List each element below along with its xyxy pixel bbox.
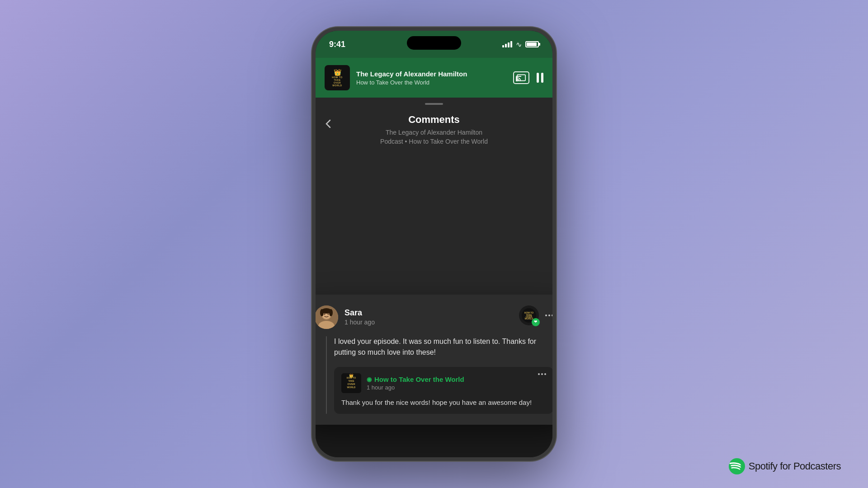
- heart-badge: ❤: [532, 318, 540, 326]
- back-button[interactable]: [325, 118, 332, 132]
- thread-line: [326, 336, 327, 414]
- comment-text: I loved your episode. It was so much fun…: [334, 336, 552, 358]
- svg-point-9: [320, 309, 324, 316]
- comment-main: I loved your episode. It was so much fun…: [334, 336, 552, 414]
- reply-album-art: HOW TO TAKE OVER WORLD 👑: [341, 373, 361, 393]
- battery-icon: [525, 41, 539, 47]
- now-playing-bar[interactable]: 👑 HOW TOTAKEOVERWORLD The Legacy of Alex…: [316, 58, 552, 98]
- liked-badge[interactable]: HOW TO TAKE OVER WORLD ❤: [519, 305, 539, 325]
- spotify-branding-text: Spotify for Podcasters: [749, 460, 841, 472]
- signal-icon: [502, 41, 512, 47]
- svg-point-1: [517, 80, 518, 81]
- svg-point-6: [324, 313, 326, 314]
- comment-header: Sara 1 hour ago HOW TO TAKE OVER WORLD: [316, 305, 552, 329]
- episode-title: The Legacy of Alexander Hamilton: [356, 70, 507, 78]
- status-icons: ∿: [502, 40, 539, 49]
- svg-point-22: [729, 458, 745, 474]
- svg-text:OVER: OVER: [347, 383, 355, 385]
- dynamic-island: [407, 36, 461, 50]
- album-art-text: HOW TOTAKEOVERWORLD: [332, 76, 342, 87]
- spotify-branding: Spotify for Podcasters: [729, 458, 841, 474]
- podcast-name: How to Take Over the World: [356, 79, 507, 86]
- phone-content: Comments The Legacy of Alexander Hamilto…: [316, 98, 552, 461]
- user-avatar: [316, 305, 338, 329]
- svg-point-7: [328, 313, 329, 314]
- comment-card: Sara 1 hour ago HOW TO TAKE OVER WORLD: [316, 295, 552, 425]
- cast-button[interactable]: [513, 71, 529, 84]
- bottom-area: [316, 425, 552, 461]
- svg-text:👑: 👑: [349, 373, 354, 378]
- reply-text: Thank you for the nice words! hope you h…: [341, 398, 546, 408]
- reply-podcast-info: HOW TO TAKE OVER WORLD 👑 ◉: [341, 373, 464, 393]
- comment-time: 1 hour ago: [344, 319, 375, 326]
- comments-header: Comments The Legacy of Alexander Hamilto…: [316, 105, 552, 153]
- reply-header: HOW TO TAKE OVER WORLD 👑 ◉: [341, 373, 546, 393]
- comment-body: I loved your episode. It was so much fun…: [316, 336, 552, 414]
- reply-more-button[interactable]: [538, 373, 546, 375]
- comments-subtitle: The Legacy of Alexander Hamilton Podcast…: [325, 128, 543, 146]
- wifi-icon: ∿: [516, 40, 522, 49]
- reply-podcast-name: ◉ How to Take Over the World: [367, 375, 464, 383]
- reply-time: 1 hour ago: [367, 384, 464, 391]
- album-crown-icon: 👑: [334, 69, 341, 76]
- spotify-logo-icon: [729, 458, 745, 474]
- verified-icon: ◉: [367, 376, 372, 383]
- status-time: 9:41: [329, 40, 345, 49]
- phone-mockup: 9:41 ∿ 👑 HOW TOTAKEOVERWORLD The Legacy: [312, 27, 556, 461]
- user-details: Sara 1 hour ago: [344, 308, 375, 326]
- svg-point-10: [329, 309, 333, 316]
- status-bar: 9:41 ∿: [316, 31, 552, 58]
- svg-text:WORLD: WORLD: [347, 386, 356, 389]
- comment-user-info: Sara 1 hour ago: [316, 305, 375, 329]
- reply-card: HOW TO TAKE OVER WORLD 👑 ◉: [334, 367, 552, 414]
- podcast-album-art: 👑 HOW TOTAKEOVERWORLD: [325, 65, 350, 90]
- comment-more-button[interactable]: [545, 314, 552, 316]
- now-playing-info: The Legacy of Alexander Hamilton How to …: [356, 70, 507, 86]
- comments-title: Comments: [325, 114, 543, 126]
- svg-rect-0: [517, 75, 525, 80]
- reply-info: ◉ How to Take Over the World 1 hour ago: [367, 375, 464, 391]
- user-name: Sara: [344, 308, 375, 318]
- pause-button[interactable]: [537, 73, 543, 83]
- comment-actions-right: HOW TO TAKE OVER WORLD ❤: [519, 305, 552, 325]
- now-playing-controls: [513, 71, 543, 84]
- svg-text:TAKE: TAKE: [348, 380, 354, 382]
